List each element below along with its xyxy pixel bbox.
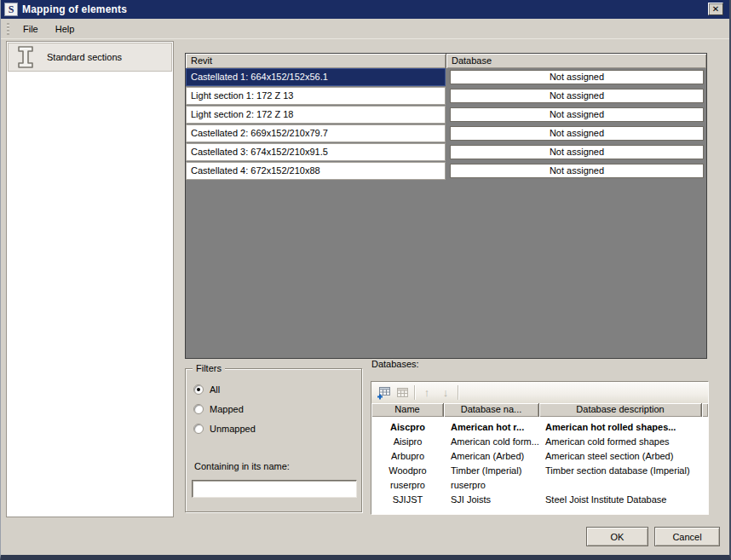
database-name-cell[interactable]: Woodpro [371, 464, 444, 478]
column-header-database-name[interactable]: Database na... [444, 403, 539, 417]
radio-button-icon[interactable] [193, 404, 204, 414]
database-assignment-cell[interactable]: Not assigned [450, 70, 704, 84]
database-row[interactable]: Woodpro Timber (Imperial) Timber section… [371, 464, 708, 478]
add-database-button[interactable] [374, 384, 393, 401]
filter-radio-option[interactable]: Unmapped [193, 424, 361, 434]
toolbar-grip-icon[interactable] [7, 23, 9, 35]
ok-button[interactable]: OK [586, 527, 648, 546]
database-row[interactable]: Aiscpro American hot r... American hot r… [371, 420, 708, 435]
close-icon[interactable]: ✕ [708, 3, 723, 15]
column-header-database-description[interactable]: Database description [539, 403, 702, 417]
toolbar-separator [458, 385, 458, 400]
column-header-revit[interactable]: Revit [186, 54, 446, 68]
database-assignment-cell[interactable]: Not assigned [450, 126, 704, 141]
database-cell-area: Not assigned [446, 143, 706, 161]
database-description-cell[interactable]: American cold formed shapes [539, 435, 708, 449]
databases-table-header: Name Database na... Database description [371, 403, 708, 417]
filters-group: Filters All Mapped Unmapped Containing i… [185, 368, 362, 512]
table-row[interactable]: Light section 2: 172 Z 18 Not assigned [186, 106, 706, 124]
databases-panel: ↑ ↓ Name Database na... Database descrip… [371, 381, 709, 515]
window-title: Mapping of elements [22, 3, 127, 15]
revit-section-cell[interactable]: Light section 1: 172 Z 13 [186, 87, 446, 105]
move-up-button[interactable]: ↑ [417, 384, 436, 401]
table-row[interactable]: Castellated 1: 664x152/152x56.1 Not assi… [186, 68, 706, 86]
menu-help[interactable]: Help [47, 20, 83, 38]
add-database-icon [377, 386, 391, 400]
column-header-database[interactable]: Database [446, 54, 706, 68]
radio-button-icon[interactable] [193, 424, 204, 434]
database-dbname-cell[interactable]: SJI Joists [444, 493, 539, 507]
databases-toolbar: ↑ ↓ [371, 382, 708, 403]
move-down-button[interactable]: ↓ [436, 384, 455, 401]
filter-radio-option[interactable]: All [193, 384, 361, 395]
app-icon: S [4, 3, 18, 16]
database-name-cell[interactable]: Aisipro [371, 435, 444, 449]
radio-label: All [210, 384, 220, 395]
revit-section-cell[interactable]: Castellated 3: 674x152/210x91.5 [186, 143, 446, 161]
table-row[interactable]: Castellated 3: 674x152/210x91.5 Not assi… [186, 143, 706, 161]
sidebar-item-standard-sections[interactable]: Standard sections [8, 43, 172, 72]
database-cell-area: Not assigned [446, 124, 706, 142]
database-description-cell[interactable] [539, 478, 708, 493]
radio-button-icon[interactable] [193, 384, 204, 395]
column-header-name[interactable]: Name [371, 403, 444, 417]
table-row[interactable]: Castellated 4: 672x152/210x88 Not assign… [186, 162, 706, 180]
cancel-button[interactable]: Cancel [654, 527, 720, 546]
sidebar: Standard sections [6, 41, 174, 517]
containing-in-name-input[interactable] [192, 480, 357, 498]
database-assignment-cell[interactable]: Not assigned [450, 164, 704, 178]
database-name-cell[interactable]: Arbupro [371, 449, 444, 464]
database-row[interactable]: SJIJST SJI Joists Steel Joist Institute … [371, 493, 708, 507]
filter-radio-option[interactable]: Mapped [193, 404, 361, 414]
filter-options: All Mapped Unmapped [186, 384, 361, 434]
arrow-up-icon: ↑ [424, 386, 430, 399]
database-row[interactable]: Arbupro American (Arbed) American steel … [371, 449, 708, 464]
containing-in-name-label: Containing in its name: [194, 461, 290, 471]
edit-database-icon [396, 387, 409, 399]
database-dbname-cell[interactable]: American cold form... [444, 435, 539, 449]
filters-group-title: Filters [193, 363, 225, 374]
database-dbname-cell[interactable]: ruserpro [444, 478, 539, 493]
database-name-cell[interactable]: ruserpro [371, 478, 444, 493]
database-row[interactable]: ruserpro ruserpro [371, 478, 708, 493]
mapping-of-elements-dialog: S Mapping of elements ✕ File Help Standa… [0, 0, 731, 560]
database-cell-area: Not assigned [446, 106, 706, 124]
radio-label: Unmapped [210, 424, 256, 434]
radio-label: Mapped [210, 404, 244, 414]
edit-database-button[interactable] [393, 384, 412, 401]
menu-file[interactable]: File [14, 20, 47, 38]
database-name-cell[interactable]: Aiscpro [371, 420, 444, 435]
revit-section-cell[interactable]: Light section 2: 172 Z 18 [186, 106, 446, 124]
databases-label: Databases: [371, 359, 419, 369]
title-bar[interactable]: S Mapping of elements ✕ [1, 0, 729, 19]
revit-section-cell[interactable]: Castellated 4: 672x152/210x88 [186, 162, 446, 180]
database-assignment-cell[interactable]: Not assigned [450, 145, 704, 159]
mapping-table-header: Revit Database [186, 54, 706, 68]
database-row[interactable]: Aisipro American cold form... American c… [371, 435, 708, 449]
database-description-cell[interactable]: Steel Joist Institute Database [539, 493, 708, 507]
database-cell-area: Not assigned [446, 162, 706, 180]
i-beam-icon [16, 45, 35, 69]
column-header-spacer [702, 403, 708, 417]
arrow-down-icon: ↓ [443, 386, 449, 399]
database-name-cell[interactable]: SJIJST [371, 493, 444, 507]
table-row[interactable]: Castellated 2: 669x152/210x79.7 Not assi… [186, 124, 706, 142]
database-description-cell[interactable]: American hot rolled shapes... [539, 420, 708, 435]
database-dbname-cell[interactable]: American hot r... [444, 420, 539, 435]
sidebar-item-label: Standard sections [47, 52, 122, 62]
database-description-cell[interactable]: Timber section database (Imperial) [539, 464, 708, 478]
menu-bar: File Help [1, 19, 729, 39]
database-dbname-cell[interactable]: Timber (Imperial) [444, 464, 539, 478]
mapping-table: Revit Database Castellated 1: 664x152/15… [185, 53, 707, 359]
database-assignment-cell[interactable]: Not assigned [450, 107, 704, 122]
database-dbname-cell[interactable]: American (Arbed) [444, 449, 539, 464]
database-description-cell[interactable]: American steel section (Arbed) [539, 449, 708, 464]
toolbar-separator [414, 385, 415, 400]
revit-section-cell[interactable]: Castellated 2: 669x152/210x79.7 [186, 124, 446, 142]
database-cell-area: Not assigned [446, 68, 706, 86]
databases-rows: Aiscpro American hot r... American hot r… [371, 417, 708, 507]
revit-section-cell[interactable]: Castellated 1: 664x152/152x56.1 [186, 68, 446, 86]
database-assignment-cell[interactable]: Not assigned [450, 89, 704, 103]
mapping-table-rows: Castellated 1: 664x152/152x56.1 Not assi… [186, 68, 706, 180]
table-row[interactable]: Light section 1: 172 Z 13 Not assigned [186, 87, 706, 105]
